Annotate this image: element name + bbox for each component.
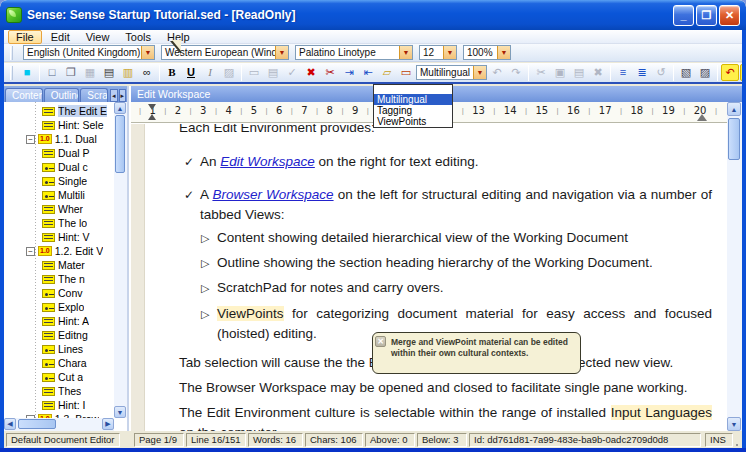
toolbar-grip[interactable] [10, 46, 13, 60]
tree-item[interactable]: Dual c [4, 160, 114, 174]
underline-button[interactable]: U [182, 64, 200, 81]
font-combo[interactable]: Palatino Linotype▼ [295, 45, 413, 60]
selection-mode-icon[interactable]: ▨ [220, 64, 238, 81]
import-tray-icon[interactable]: ⇥ [340, 64, 358, 81]
delete-icon[interactable]: ✖ [589, 64, 607, 81]
export-tray-icon[interactable]: ⇤ [359, 64, 377, 81]
copy-icon[interactable]: ▣ [551, 64, 569, 81]
tree-item[interactable]: The n [4, 272, 114, 286]
indent-list-icon[interactable]: ≣ [633, 64, 651, 81]
resize-grip[interactable] [735, 433, 740, 447]
tooltip-close-icon[interactable]: ✕ [375, 336, 386, 347]
tree-item[interactable]: Lines [4, 342, 114, 356]
tab-scroll-left-icon[interactable]: ◂ [110, 89, 117, 102]
content-tree[interactable]: The Edit EHint: Sele−1.01.1. Dual Dual P… [4, 102, 114, 418]
collapse-icon[interactable]: − [26, 247, 35, 256]
chevron-down-icon[interactable]: ▼ [275, 46, 288, 59]
print-merge-icon[interactable]: ▤ [264, 64, 282, 81]
tab-outline[interactable]: Outline [44, 88, 79, 102]
document-text[interactable]: Each Edit Environment provides:✓An Edit … [146, 124, 727, 431]
tree-item[interactable]: Multili [4, 188, 114, 202]
title-bar[interactable]: Sense: Sense Startup Tutorial.sed - [Rea… [0, 0, 746, 30]
chevron-down-icon[interactable]: ▼ [473, 66, 486, 79]
menu-tools[interactable]: Tools [118, 31, 158, 43]
delete-red-icon[interactable]: ✖ [302, 64, 320, 81]
right-indent-marker[interactable] [697, 114, 707, 121]
tree-item[interactable]: Dual P [4, 146, 114, 160]
tree-item[interactable]: The Edit E [4, 104, 114, 118]
tab-scroll-right-icon[interactable]: ▸ [119, 89, 126, 102]
zoom-combo[interactable]: 100%▼ [463, 45, 511, 60]
dropdown-option[interactable]: ViewPoints [374, 116, 452, 127]
toolbar-grip[interactable] [10, 66, 13, 80]
tab-content[interactable]: Content [5, 88, 43, 102]
tree-item[interactable]: −1.01.1. Dual [4, 132, 114, 146]
chevron-down-icon[interactable]: ▼ [399, 46, 412, 59]
dropdown-option[interactable]: Multilingual [374, 94, 452, 105]
scroll-up-icon[interactable]: ▲ [727, 102, 741, 116]
document-vertical-scrollbar[interactable]: ▲ ▼ [727, 102, 742, 431]
scroll-down-icon[interactable]: ▼ [727, 417, 741, 431]
input-language-combo[interactable]: English (United Kingdom)▼ [23, 45, 155, 60]
approve-icon[interactable]: ✓ [283, 64, 301, 81]
tree-item[interactable]: Hint: Sele [4, 118, 114, 132]
new-document-icon[interactable]: □ [43, 64, 61, 81]
tree-item[interactable]: The lo [4, 216, 114, 230]
scroll-right-icon[interactable]: ▶ [102, 418, 114, 430]
tree-item[interactable]: Hint: V [4, 230, 114, 244]
tree-item[interactable]: Thes [4, 384, 114, 398]
tree-item[interactable]: Editng [4, 328, 114, 342]
tree-item[interactable]: Hint: A [4, 314, 114, 328]
undo-icon[interactable]: ↶ [488, 64, 506, 81]
redo-icon[interactable]: ↷ [507, 64, 525, 81]
inline-link[interactable]: Browser Workspace [212, 187, 333, 202]
menu-edit[interactable]: Edit [44, 31, 77, 43]
minimize-button[interactable]: _ [673, 5, 694, 26]
close-button[interactable]: ✕ [719, 5, 740, 26]
paste-icon[interactable]: ▤ [570, 64, 588, 81]
italic-button[interactable]: I [201, 64, 219, 81]
scrollbar-thumb[interactable] [115, 115, 125, 173]
tree-item[interactable]: Single [4, 174, 114, 188]
tree-item[interactable]: Explo [4, 300, 114, 314]
scroll-up-icon[interactable]: ▲ [114, 102, 126, 114]
collapse-icon[interactable]: − [26, 135, 35, 144]
tree-item[interactable]: Wher [4, 202, 114, 216]
open-folder-icon[interactable]: ▱ [378, 64, 396, 81]
indent-marker[interactable] [148, 114, 156, 120]
merge-page-icon[interactable]: ▭ [245, 64, 263, 81]
revert-icon[interactable]: ↺ [652, 64, 670, 81]
tree-item[interactable]: Hint: I [4, 398, 114, 412]
color-block-icon[interactable]: ■ [18, 64, 36, 81]
tree-horizontal-scrollbar[interactable]: ◀ ▶ [4, 418, 114, 431]
indent-marker[interactable] [148, 104, 156, 110]
bold-button[interactable]: B [163, 64, 181, 81]
tree-item[interactable]: −1.01.2. Edit V [4, 244, 114, 258]
tree-item[interactable]: Conv [4, 286, 114, 300]
export-icon[interactable]: ▥ [119, 64, 137, 81]
scroll-down-icon[interactable]: ▼ [114, 406, 126, 418]
maximize-button[interactable]: ❐ [696, 5, 717, 26]
scroll-left-icon[interactable]: ◀ [4, 418, 16, 430]
document-area[interactable]: Each Edit Environment provides:✓An Edit … [131, 124, 727, 431]
print-icon[interactable]: ▤ [100, 64, 118, 81]
menu-file[interactable]: File [8, 30, 42, 44]
view-mode-combo[interactable]: Multilingual▼ [416, 65, 487, 80]
chevron-down-icon[interactable]: ▼ [141, 46, 154, 59]
cut-remove-icon[interactable]: ✂ [321, 64, 339, 81]
chevron-down-icon[interactable]: ▼ [443, 46, 456, 59]
find-icon[interactable]: ∞ [138, 64, 156, 81]
scrollbar-thumb[interactable] [728, 118, 740, 160]
tree-item[interactable]: Cut a [4, 370, 114, 384]
open-icon[interactable]: ❐ [62, 64, 80, 81]
lookup-next-icon[interactable]: ▨ [696, 64, 714, 81]
save-icon[interactable]: ▦ [81, 64, 99, 81]
font-size-combo[interactable]: 12▼ [419, 45, 457, 60]
inline-link[interactable]: Edit Workspace [220, 154, 315, 169]
tree-vertical-scrollbar[interactable]: ▲ ▼ [114, 102, 127, 418]
menu-view[interactable]: View [79, 31, 117, 43]
chevron-down-icon[interactable]: ▼ [497, 46, 510, 59]
dropdown-option[interactable]: Tagging [374, 105, 452, 116]
tree-item[interactable]: Chara [4, 356, 114, 370]
lookup-prev-icon[interactable]: ▧ [677, 64, 695, 81]
